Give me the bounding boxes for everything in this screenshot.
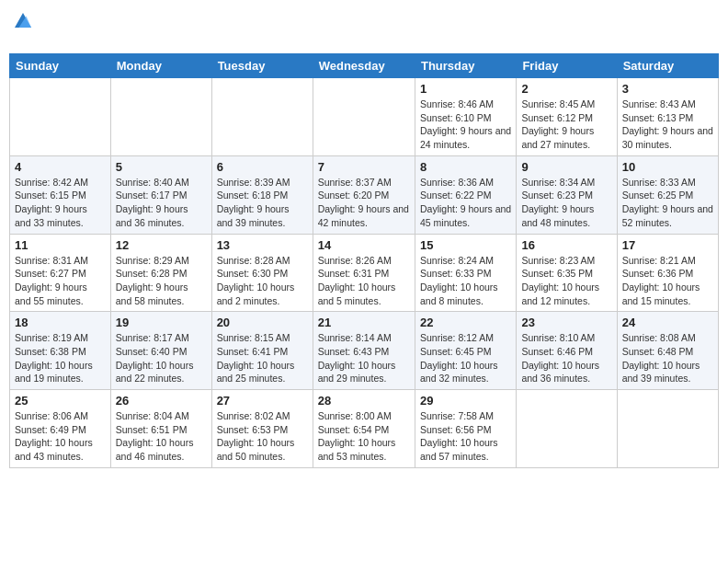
- day-info: Sunrise: 8:14 AM Sunset: 6:43 PM Dayligh…: [318, 331, 410, 385]
- day-number: 7: [318, 160, 410, 174]
- day-info: Sunrise: 8:33 AM Sunset: 6:25 PM Dayligh…: [622, 176, 713, 230]
- calendar-cell: [10, 78, 111, 156]
- calendar-day-header: Wednesday: [313, 54, 415, 78]
- day-number: 5: [116, 160, 207, 174]
- day-number: 22: [420, 316, 511, 329]
- day-info: Sunrise: 8:15 AM Sunset: 6:41 PM Dayligh…: [217, 331, 308, 385]
- calendar-day-header: Friday: [517, 54, 617, 78]
- calendar-table: SundayMondayTuesdayWednesdayThursdayFrid…: [9, 53, 719, 468]
- day-info: Sunrise: 8:24 AM Sunset: 6:33 PM Dayligh…: [420, 254, 511, 308]
- day-number: 28: [318, 394, 410, 408]
- day-info: Sunrise: 8:06 AM Sunset: 6:49 PM Dayligh…: [15, 409, 106, 464]
- day-number: 19: [116, 316, 207, 329]
- calendar-cell: 16Sunrise: 8:23 AM Sunset: 6:35 PM Dayli…: [517, 234, 617, 312]
- day-info: Sunrise: 8:04 AM Sunset: 6:51 PM Dayligh…: [116, 409, 207, 464]
- calendar-cell: 6Sunrise: 8:39 AM Sunset: 6:18 PM Daylig…: [211, 155, 313, 234]
- day-number: 14: [318, 238, 410, 252]
- day-number: 3: [622, 82, 713, 96]
- day-number: 11: [15, 238, 106, 252]
- day-number: 29: [420, 394, 511, 408]
- day-number: 9: [521, 160, 611, 174]
- calendar-cell: 7Sunrise: 8:37 AM Sunset: 6:20 PM Daylig…: [313, 155, 415, 234]
- calendar-day-header: Thursday: [415, 54, 516, 78]
- day-info: Sunrise: 8:43 AM Sunset: 6:13 PM Dayligh…: [622, 98, 713, 152]
- calendar-day-header: Monday: [110, 54, 211, 78]
- day-number: 24: [622, 316, 713, 329]
- calendar-cell: 17Sunrise: 8:21 AM Sunset: 6:36 PM Dayli…: [617, 234, 718, 312]
- day-number: 21: [318, 316, 410, 329]
- day-info: Sunrise: 8:00 AM Sunset: 6:54 PM Dayligh…: [318, 409, 410, 464]
- day-number: 15: [420, 238, 511, 252]
- day-info: Sunrise: 8:37 AM Sunset: 6:20 PM Dayligh…: [318, 176, 410, 230]
- day-number: 12: [116, 238, 207, 252]
- day-info: Sunrise: 8:26 AM Sunset: 6:31 PM Dayligh…: [318, 254, 410, 308]
- day-number: 13: [217, 238, 308, 252]
- calendar-cell: 18Sunrise: 8:19 AM Sunset: 6:38 PM Dayli…: [10, 312, 111, 390]
- day-number: 4: [15, 160, 106, 174]
- day-info: Sunrise: 8:31 AM Sunset: 6:27 PM Dayligh…: [15, 254, 106, 308]
- day-number: 8: [420, 160, 511, 174]
- day-info: Sunrise: 8:45 AM Sunset: 6:12 PM Dayligh…: [521, 98, 611, 152]
- day-info: Sunrise: 7:58 AM Sunset: 6:56 PM Dayligh…: [420, 409, 511, 464]
- day-info: Sunrise: 8:36 AM Sunset: 6:22 PM Dayligh…: [420, 176, 511, 230]
- calendar-cell: [211, 78, 313, 156]
- calendar-cell: [517, 390, 617, 468]
- day-info: Sunrise: 8:08 AM Sunset: 6:48 PM Dayligh…: [622, 331, 713, 385]
- day-info: Sunrise: 8:10 AM Sunset: 6:46 PM Dayligh…: [521, 331, 611, 385]
- day-number: 1: [420, 82, 511, 96]
- day-number: 16: [521, 238, 611, 252]
- calendar-day-header: Saturday: [617, 54, 718, 78]
- calendar-cell: [313, 78, 415, 156]
- day-info: Sunrise: 8:42 AM Sunset: 6:15 PM Dayligh…: [15, 176, 106, 230]
- calendar-cell: 28Sunrise: 8:00 AM Sunset: 6:54 PM Dayli…: [313, 390, 415, 468]
- calendar-cell: 25Sunrise: 8:06 AM Sunset: 6:49 PM Dayli…: [10, 390, 111, 468]
- calendar-cell: [617, 390, 718, 468]
- calendar-cell: 23Sunrise: 8:10 AM Sunset: 6:46 PM Dayli…: [517, 312, 617, 390]
- day-info: Sunrise: 8:12 AM Sunset: 6:45 PM Dayligh…: [420, 331, 511, 385]
- calendar-cell: 20Sunrise: 8:15 AM Sunset: 6:41 PM Dayli…: [211, 312, 313, 390]
- day-info: Sunrise: 8:29 AM Sunset: 6:28 PM Dayligh…: [116, 254, 207, 308]
- day-info: Sunrise: 8:34 AM Sunset: 6:23 PM Dayligh…: [521, 176, 611, 230]
- calendar-cell: 22Sunrise: 8:12 AM Sunset: 6:45 PM Dayli…: [415, 312, 516, 390]
- day-info: Sunrise: 8:39 AM Sunset: 6:18 PM Dayligh…: [217, 176, 308, 230]
- calendar-cell: 15Sunrise: 8:24 AM Sunset: 6:33 PM Dayli…: [415, 234, 516, 312]
- calendar-cell: 5Sunrise: 8:40 AM Sunset: 6:17 PM Daylig…: [110, 155, 211, 234]
- day-number: 6: [217, 160, 308, 174]
- calendar-day-header: Sunday: [10, 54, 111, 78]
- calendar-cell: 1Sunrise: 8:46 AM Sunset: 6:10 PM Daylig…: [415, 78, 516, 156]
- calendar-body: 1Sunrise: 8:46 AM Sunset: 6:10 PM Daylig…: [10, 78, 719, 468]
- calendar-cell: 24Sunrise: 8:08 AM Sunset: 6:48 PM Dayli…: [617, 312, 718, 390]
- calendar-cell: 11Sunrise: 8:31 AM Sunset: 6:27 PM Dayli…: [10, 234, 111, 312]
- calendar-cell: 13Sunrise: 8:28 AM Sunset: 6:30 PM Dayli…: [211, 234, 313, 312]
- calendar-cell: 14Sunrise: 8:26 AM Sunset: 6:31 PM Dayli…: [313, 234, 415, 312]
- day-info: Sunrise: 8:28 AM Sunset: 6:30 PM Dayligh…: [217, 254, 308, 308]
- calendar-week-row: 1Sunrise: 8:46 AM Sunset: 6:10 PM Daylig…: [10, 78, 719, 156]
- calendar-cell: 21Sunrise: 8:14 AM Sunset: 6:43 PM Dayli…: [313, 312, 415, 390]
- calendar-day-header: Tuesday: [211, 54, 313, 78]
- day-info: Sunrise: 8:23 AM Sunset: 6:35 PM Dayligh…: [521, 254, 611, 308]
- calendar-cell: 27Sunrise: 8:02 AM Sunset: 6:53 PM Dayli…: [211, 390, 313, 468]
- calendar-cell: 29Sunrise: 7:58 AM Sunset: 6:56 PM Dayli…: [415, 390, 516, 468]
- calendar-cell: 26Sunrise: 8:04 AM Sunset: 6:51 PM Dayli…: [110, 390, 211, 468]
- day-number: 2: [521, 82, 611, 96]
- calendar-cell: 19Sunrise: 8:17 AM Sunset: 6:40 PM Dayli…: [110, 312, 211, 390]
- calendar-week-row: 11Sunrise: 8:31 AM Sunset: 6:27 PM Dayli…: [10, 234, 719, 312]
- calendar-week-row: 18Sunrise: 8:19 AM Sunset: 6:38 PM Dayli…: [10, 312, 719, 390]
- logo: [13, 9, 31, 48]
- day-number: 25: [15, 394, 106, 408]
- day-info: Sunrise: 8:40 AM Sunset: 6:17 PM Dayligh…: [116, 176, 207, 230]
- day-info: Sunrise: 8:19 AM Sunset: 6:38 PM Dayligh…: [15, 331, 106, 385]
- calendar-cell: 3Sunrise: 8:43 AM Sunset: 6:13 PM Daylig…: [617, 78, 718, 156]
- day-info: Sunrise: 8:02 AM Sunset: 6:53 PM Dayligh…: [217, 409, 308, 464]
- calendar-cell: 12Sunrise: 8:29 AM Sunset: 6:28 PM Dayli…: [110, 234, 211, 312]
- day-number: 10: [622, 160, 713, 174]
- day-info: Sunrise: 8:21 AM Sunset: 6:36 PM Dayligh…: [622, 254, 713, 308]
- logo-icon: [15, 12, 31, 29]
- day-number: 17: [622, 238, 713, 252]
- day-number: 26: [116, 394, 207, 408]
- calendar-week-row: 4Sunrise: 8:42 AM Sunset: 6:15 PM Daylig…: [10, 155, 719, 234]
- calendar-cell: [110, 78, 211, 156]
- calendar-week-row: 25Sunrise: 8:06 AM Sunset: 6:49 PM Dayli…: [10, 390, 719, 468]
- calendar-cell: 10Sunrise: 8:33 AM Sunset: 6:25 PM Dayli…: [617, 155, 718, 234]
- day-number: 27: [217, 394, 308, 408]
